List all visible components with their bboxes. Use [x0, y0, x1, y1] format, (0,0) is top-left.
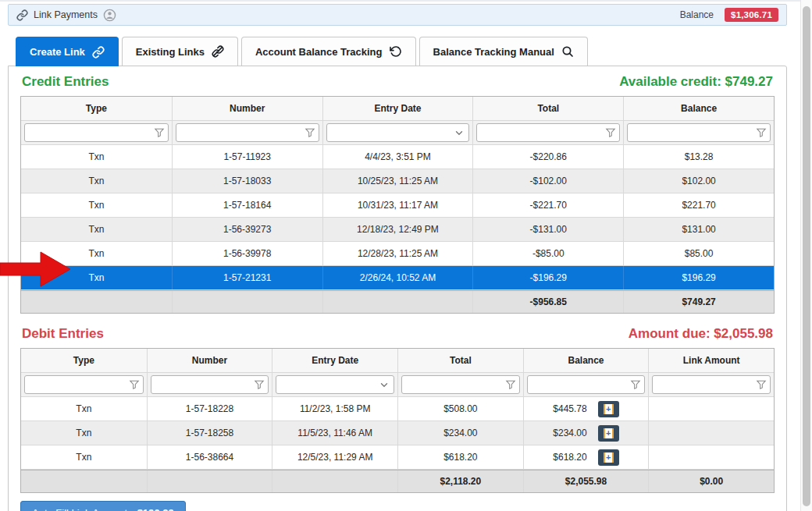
- column-header-entry-date[interactable]: Entry Date: [322, 97, 473, 120]
- apply-balance-button[interactable]: +: [598, 401, 619, 417]
- tab-label: Existing Links: [136, 46, 205, 58]
- table-row[interactable]: Txn 1-56-39273 12/18/23, 12:49 PM -$131.…: [21, 218, 774, 242]
- cell-total: $508.00: [397, 397, 523, 421]
- footer-total: -$956.85: [472, 291, 623, 313]
- cell-link-amount[interactable]: [648, 397, 774, 421]
- column-header-type[interactable]: Type: [21, 349, 147, 372]
- cell-entry-date: 10/31/23, 11:17 AM: [322, 193, 473, 217]
- cell-type: Txn: [21, 193, 172, 217]
- column-header-entry-date[interactable]: Entry Date: [272, 349, 397, 372]
- tab-account-balance-tracking[interactable]: Account Balance Tracking: [241, 37, 416, 66]
- balance-value: $234.00: [553, 428, 586, 438]
- column-header-balance[interactable]: Balance: [623, 97, 774, 120]
- cell-type: Txn: [21, 266, 172, 289]
- tab-balance-tracking-manual[interactable]: Balance Tracking Manual: [419, 37, 588, 66]
- chevron-down-icon: [454, 127, 465, 138]
- cell-number: 1-57-18228: [147, 397, 272, 421]
- balance-value: $618.20: [553, 452, 586, 463]
- table-row-selected[interactable]: Txn 1-57-21231 2/26/24, 10:52 AM -$196.2…: [21, 266, 774, 290]
- cell-type: Txn: [21, 397, 147, 421]
- entry-date-filter[interactable]: [276, 375, 394, 394]
- plus-square-icon: +: [604, 404, 614, 414]
- apply-balance-button[interactable]: +: [598, 449, 619, 466]
- debit-filter-row: [21, 373, 774, 397]
- column-header-total[interactable]: Total: [472, 97, 623, 120]
- cell-entry-date: 12/18/23, 12:49 PM: [322, 218, 473, 241]
- cell-type: Txn: [21, 169, 172, 193]
- balance-filter-input[interactable]: [627, 123, 771, 142]
- cell-total: -$220.86: [472, 145, 623, 169]
- cell-entry-date: 2/26/24, 10:52 AM: [322, 266, 473, 289]
- cell-total: $618.20: [397, 445, 523, 469]
- tab-create-link[interactable]: Create Link: [16, 37, 119, 66]
- unlink-icon: [212, 45, 224, 58]
- debit-footer-row: $2,118.20 $2,055.98 $0.00: [21, 470, 774, 492]
- number-filter-input[interactable]: [151, 375, 269, 394]
- type-filter-input[interactable]: [24, 375, 144, 394]
- table-row[interactable]: Txn 1-57-18258 11/5/23, 11:46 AM $234.00…: [21, 421, 774, 445]
- number-filter-input[interactable]: [176, 123, 319, 142]
- cell-entry-date: 12/5/23, 11:29 AM: [272, 445, 397, 469]
- entry-date-filter[interactable]: [326, 123, 470, 142]
- chevron-down-icon: [379, 379, 390, 390]
- apply-balance-button[interactable]: +: [598, 425, 619, 442]
- cell-link-amount[interactable]: [648, 421, 774, 445]
- column-header-number[interactable]: Number: [172, 97, 322, 120]
- table-row[interactable]: Txn 1-57-11923 4/4/23, 3:51 PM -$220.86 …: [21, 145, 774, 169]
- cell-link-amount[interactable]: [648, 445, 774, 469]
- table-row[interactable]: Txn 1-57-18228 11/2/23, 1:58 PM $508.00 …: [21, 397, 774, 421]
- user-circle-icon[interactable]: [103, 9, 116, 22]
- cell-type: Txn: [21, 445, 147, 469]
- cell-balance: $13.28: [623, 145, 774, 169]
- debit-header-row: Type Number Entry Date Total Balance Lin…: [21, 349, 774, 373]
- tab-existing-links[interactable]: Existing Links: [122, 37, 238, 66]
- tab-bar: Create Link Existing Links Account Balan…: [16, 37, 588, 66]
- cell-type: Txn: [21, 242, 172, 265]
- link-icon: [16, 9, 28, 21]
- column-header-number[interactable]: Number: [147, 349, 272, 372]
- footer-total: $2,118.20: [397, 470, 523, 492]
- link-amount-filter-input[interactable]: [652, 375, 771, 394]
- table-row[interactable]: Txn 1-56-38664 12/5/23, 11:29 AM $618.20…: [21, 445, 774, 470]
- cell-number: 1-57-21231: [172, 266, 322, 289]
- link-icon: [92, 46, 105, 59]
- cell-type: Txn: [21, 145, 172, 169]
- cell-number: 1-57-18164: [172, 193, 322, 217]
- cell-balance: $618.20 +: [523, 445, 649, 469]
- table-row[interactable]: Txn 1-56-39978 12/28/23, 11:25 AM -$85.0…: [21, 242, 774, 266]
- scrollbar-thumb[interactable]: [803, 6, 810, 506]
- total-filter-input[interactable]: [476, 123, 620, 142]
- cell-balance: $102.00: [623, 169, 774, 193]
- cell-total: $234.00: [397, 421, 523, 445]
- plus-square-icon: +: [604, 452, 614, 463]
- footer-link-amount: $0.00: [648, 470, 774, 492]
- balance-filter-input[interactable]: [527, 375, 646, 394]
- tab-label: Balance Tracking Manual: [433, 46, 554, 58]
- cell-number: 1-56-39273: [172, 218, 322, 241]
- cell-type: Txn: [21, 218, 172, 241]
- cell-entry-date: 10/25/23, 11:25 AM: [322, 169, 473, 193]
- auto-fill-amount: $196.29: [137, 507, 174, 511]
- available-credit-summary: Available credit: $749.27: [619, 74, 773, 90]
- amount-due-summary: Amount due: $2,055.98: [629, 326, 773, 342]
- credit-section-header: Credit Entries Available credit: $749.27: [20, 73, 775, 96]
- column-header-type[interactable]: Type: [21, 97, 172, 120]
- balance-label: Balance: [680, 9, 714, 20]
- cell-number: 1-57-18033: [172, 169, 322, 193]
- total-filter-input[interactable]: [401, 375, 520, 394]
- column-header-balance[interactable]: Balance: [523, 349, 649, 372]
- footer-balance: $2,055.98: [523, 470, 649, 492]
- page-title: Link Payments: [34, 9, 98, 20]
- table-row[interactable]: Txn 1-57-18164 10/31/23, 11:17 AM -$221.…: [21, 193, 774, 218]
- auto-fill-link-amounts-button[interactable]: Auto Fill Link Amounts $196.29: [20, 501, 186, 511]
- balance-badge: $1,306.71: [725, 8, 778, 22]
- cell-total: -$85.00: [472, 242, 623, 265]
- type-filter-input[interactable]: [24, 123, 169, 142]
- scrollbar-track: [800, 0, 812, 511]
- column-header-total[interactable]: Total: [397, 349, 523, 372]
- tab-label: Account Balance Tracking: [255, 46, 383, 58]
- cell-balance: $131.00: [623, 218, 774, 241]
- debit-section-title: Debit Entries: [22, 326, 104, 342]
- column-header-link-amount[interactable]: Link Amount: [648, 349, 774, 372]
- table-row[interactable]: Txn 1-57-18033 10/25/23, 11:25 AM -$102.…: [21, 169, 774, 193]
